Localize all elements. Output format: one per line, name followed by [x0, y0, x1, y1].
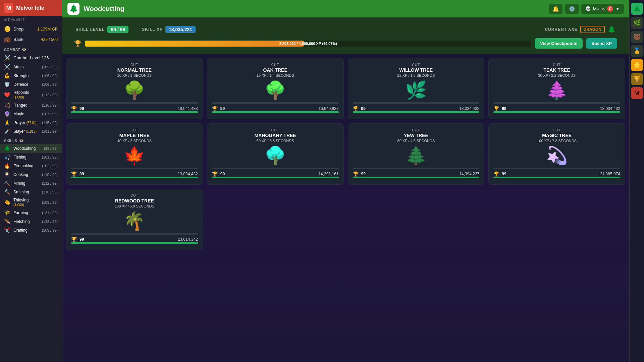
tree-card-yew[interactable]: CUT YEW TREE 80 XP / 4.6 SECONDS 🌲 🏆 99 … [348, 123, 485, 185]
tree-count-redwood: 23,614,342 [87, 237, 198, 242]
prayer-icon: 🙏 [4, 120, 11, 126]
combat-level-label: Combat Level 126 [13, 55, 49, 60]
bank-icon: 💼 [4, 36, 11, 43]
sidebar: M Melvor Idle ALPHA V0.17 🪙 Shop 1,139M … [0, 0, 62, 362]
tree-level-willow: 99 [361, 106, 366, 111]
sidebar-item-crafting[interactable]: ✂️ Crafting (109 / 99) [0, 226, 62, 235]
tree-action-redwood: CUT [130, 194, 139, 197]
right-panel-trophy[interactable]: 🏆 [631, 73, 643, 85]
user-menu[interactable]: 💀 Malcs C ▼ [581, 4, 624, 14]
sidebar-item-cooking[interactable]: 🍳 Cooking (110 / 99) [0, 170, 62, 179]
sidebar-item-attack[interactable]: ⚔️ Attack (105 / 99) [0, 63, 62, 71]
tree-bottom-teak: 🏆 99 13,034,432 [493, 106, 620, 111]
tree-bottom-redwood: 🏆 99 23,614,342 [71, 237, 198, 242]
sidebar-item-bank[interactable]: 💼 Bank 429 / 500 [0, 34, 62, 45]
skills-section-header: SKILLS 👁️ [0, 136, 62, 144]
tree-card-maple[interactable]: CUT MAPLE TREE 40 XP / 3 SECONDS 🍁 🏆 99 … [66, 123, 203, 185]
app-title: Melvor Idle [16, 5, 44, 11]
tree-card-mahogany[interactable]: CUT MAHOGANY TREE 60 XP / 3.8 SECONDS 🌳 … [207, 123, 344, 185]
tree-card-magic[interactable]: CUT MAGIC TREE 100 XP / 7.8 SECONDS 💫 🏆 … [488, 123, 625, 185]
tree-xprate-normal: 10 XP / 1 SECONDS [117, 73, 152, 77]
tree-emoji-redwood: 🌴 [123, 212, 145, 230]
cooking-icon: 🍳 [4, 172, 11, 178]
thieving-icon: 🤏 [4, 199, 11, 205]
tree-action-oak: CUT [271, 63, 279, 67]
tree-progress-willow [353, 102, 480, 104]
sidebar-item-thieving[interactable]: 🤏 Thieving (1,000) (103 / 99) [0, 196, 62, 208]
smithing-icon: 🔨 [4, 189, 11, 195]
tree-name-normal: NORMAL TREE [117, 67, 152, 73]
tree-count-willow: 13,034,432 [368, 106, 479, 111]
tree-progress-redwood [71, 233, 198, 235]
tree-level-teak: 99 [502, 106, 506, 111]
tree-xpbar-maple [71, 177, 198, 178]
app-logo[interactable]: M Melvor Idle [0, 0, 62, 16]
right-panel-medal[interactable]: 🏅 [631, 45, 643, 57]
spend-xp-button[interactable]: Spend XP [586, 38, 617, 49]
tree-xprate-maple: 40 XP / 3 SECONDS [117, 139, 152, 143]
tree-card-redwood[interactable]: CUT REDWOOD TREE 180 XP / 5.8 SECONDS 🌴 … [66, 189, 203, 250]
tree-trophy-oak: 🏆 [212, 106, 218, 111]
view-checkpoints-button[interactable]: View Checkpoints [535, 38, 583, 49]
tree-progress-oak [212, 102, 339, 104]
sidebar-item-shop[interactable]: 🪙 Shop 1,139M GP [0, 24, 62, 34]
tree-xpbar-teak [493, 111, 620, 113]
logo-icon: M [4, 3, 13, 13]
sidebar-item-prayer[interactable]: 🙏 Prayer (671K) (115 / 99) [0, 118, 62, 127]
tree-card-oak[interactable]: CUT OAK TREE 15 XP / 1.4 SECONDS 🌳 🏆 99 … [207, 58, 344, 119]
sidebar-item-fletching[interactable]: 🪶 Fletching (122 / 99) [0, 217, 62, 226]
sidebar-item-farming[interactable]: 🌾 Farming (131 / 99) [0, 208, 62, 217]
settings-btn[interactable]: ⚙️ [565, 4, 579, 14]
tree-bottom-mahogany: 🏆 99 14,391,161 [212, 171, 339, 177]
combat-level: ⚔️ Combat Level 126 [0, 53, 62, 63]
right-panel-woodcutting[interactable]: 🌲 [631, 3, 643, 15]
tree-xprate-mahogany: 60 XP / 3.8 SECONDS [257, 139, 294, 143]
sidebar-item-hitpoints[interactable]: ❤️ Hitpoints (1,000) (112 / 99) [0, 89, 62, 101]
xp-bar-text: 2,208,020 / 4,500,000 XP (49.07%) [279, 42, 337, 46]
tree-progress-normal [71, 102, 198, 104]
tree-emoji-magic: 💫 [546, 147, 568, 164]
tree-card-teak[interactable]: CUT TEAK TREE 30 XP / 2.2 SECONDS 🌲 🏆 99… [488, 58, 625, 119]
notification-btn[interactable]: 🔔 [549, 4, 562, 14]
tree-trophy-redwood: 🏆 [71, 237, 77, 242]
attack-icon: ⚔️ [4, 64, 11, 70]
tree-action-willow: CUT [412, 63, 420, 67]
tree-level-normal: 99 [79, 106, 84, 111]
shop-value: 1,139M GP [37, 27, 58, 32]
sidebar-item-smithing[interactable]: 🔨 Smithing (116 / 99) [0, 188, 62, 196]
tree-xprate-willow: 22 XP / 1.8 SECONDS [397, 73, 435, 77]
sidebar-item-mining[interactable]: ⛏️ Mining (112 / 99) [0, 179, 62, 188]
tree-trophy-maple: 🏆 [71, 171, 77, 177]
tree-xprate-redwood: 180 XP / 5.8 SECONDS [115, 204, 154, 208]
sidebar-item-slayer[interactable]: 🗡️ Slayer (1,818) (101 / 99) [0, 127, 62, 136]
sidebar-item-firemaking[interactable]: 🔥 Firemaking (102 / 99) [0, 162, 62, 170]
tree-deco-icon: 🌲 [607, 25, 616, 34]
sidebar-item-fishing[interactable]: 🎣 Fishing (101 / 99) [0, 153, 62, 162]
right-panel-star[interactable]: ⭐ [631, 59, 643, 71]
right-panel-leaf[interactable]: 🌿 [631, 17, 643, 29]
tree-xpbar-oak [212, 111, 339, 113]
tree-emoji-mahogany: 🌳 [264, 147, 286, 164]
right-panel-bear[interactable]: 🐻 [631, 31, 643, 43]
tree-action-maple: CUT [130, 128, 139, 132]
tree-card-willow[interactable]: CUT WILLOW TREE 22 XP / 1.8 SECONDS 🌿 🏆 … [348, 58, 485, 119]
tree-card-normal[interactable]: CUT NORMAL TREE 10 XP / 1 SECONDS 🌳 🏆 99… [66, 58, 203, 119]
sidebar-item-magic[interactable]: 🔮 Magic (107 / 99) [0, 110, 62, 118]
skill-header-icon: 🌲 [67, 3, 79, 15]
bank-label: Bank [13, 37, 38, 42]
sidebar-item-woodcutting[interactable]: 🌲 Woodcutting (99 / 99) [0, 144, 62, 153]
sidebar-item-defence[interactable]: 🛡️ Defence (106 / 99) [0, 80, 62, 89]
tree-level-redwood: 99 [79, 237, 84, 242]
trees-grid: CUT NORMAL TREE 10 XP / 1 SECONDS 🌳 🏆 99… [66, 58, 625, 250]
skill-xp-value: 13,035,221 [165, 26, 196, 33]
sidebar-item-strength[interactable]: 💪 Strength (106 / 99) [0, 71, 62, 80]
xp-trophy-icon: 🏆 [74, 40, 82, 47]
right-panel-m[interactable]: M [631, 87, 643, 99]
tree-progress-maple [71, 168, 198, 169]
tree-emoji-normal: 🌳 [123, 81, 145, 99]
tree-emoji-yew: 🌲 [405, 147, 427, 164]
combat-section-header: COMBAT 👁️ [0, 45, 62, 53]
skill-stats-row: SKILL LEVEL 99 / 99 SKILL XP 13,035,221 … [75, 25, 616, 34]
tree-progress-mahogany [212, 168, 339, 169]
sidebar-item-ranged[interactable]: 🏹 Ranged (110 / 99) [0, 101, 62, 110]
